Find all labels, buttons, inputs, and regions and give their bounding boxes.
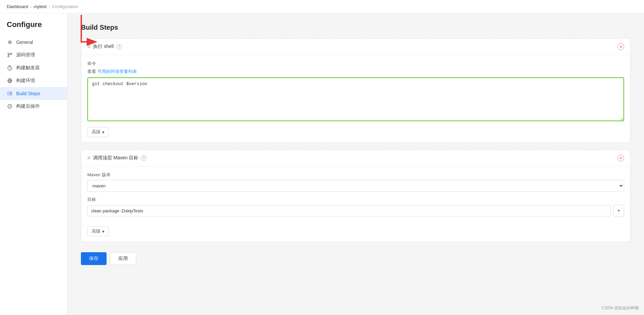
goals-row: ▾ xyxy=(87,205,624,217)
sidebar-label-env: 构建环境 xyxy=(16,78,35,84)
command-label: 命令 xyxy=(87,60,624,67)
svg-point-2 xyxy=(8,56,9,57)
maven-help-icon[interactable]: ? xyxy=(141,155,146,161)
goals-label: 目标 xyxy=(87,196,624,203)
breadcrumb-dashboard[interactable]: Dashboard xyxy=(7,4,28,9)
breadcrumb-current: Configuration xyxy=(52,4,78,9)
sidebar-item-general[interactable]: ⚙ General xyxy=(0,36,67,49)
sidebar-item-build-steps[interactable]: Build Steps xyxy=(0,87,67,100)
breadcrumb-mytest[interactable]: mytest xyxy=(34,4,47,9)
sidebar: Configure ⚙ General 源码管理 xyxy=(0,14,67,315)
svg-point-12 xyxy=(8,104,12,108)
maven-card-title: 调用顶层 Maven 目标 xyxy=(93,155,138,161)
maven-card-header: ≡ 调用顶层 Maven 目标 ? ✕ xyxy=(81,150,630,166)
main-content: Build Steps ≡ 执行 shell ? ✕ 命令 xyxy=(67,14,644,315)
shell-card: ≡ 执行 shell ? ✕ 命令 查看 可用的环境变量列表 git check… xyxy=(81,38,631,143)
shell-advanced-label: 高级 xyxy=(92,129,100,135)
goals-dropdown-icon: ▾ xyxy=(618,208,620,213)
shell-help-icon[interactable]: ? xyxy=(116,44,122,49)
git-branch-icon xyxy=(7,52,13,58)
shell-card-body: 命令 查看 可用的环境变量列表 git checkout $version 高级… xyxy=(81,55,630,142)
svg-point-0 xyxy=(8,53,9,54)
sidebar-label-post-build: 构建后操作 xyxy=(16,103,40,109)
sidebar-item-env[interactable]: 构建环境 xyxy=(0,74,67,87)
svg-rect-6 xyxy=(7,92,9,93)
svg-rect-10 xyxy=(7,95,9,95)
maven-advanced-label: 高级 xyxy=(92,228,100,234)
sidebar-label-general: General xyxy=(16,40,33,45)
sidebar-label-source: 源码管理 xyxy=(16,52,35,58)
svg-rect-8 xyxy=(7,93,9,94)
goals-dropdown-button[interactable]: ▾ xyxy=(613,205,624,217)
sidebar-label-build-steps: Build Steps xyxy=(16,91,40,96)
globe-icon xyxy=(7,78,13,84)
sidebar-item-source[interactable]: 源码管理 xyxy=(0,49,67,61)
breadcrumb: Dashboard › mytest › Configuration xyxy=(0,0,644,14)
shell-card-title: 执行 shell xyxy=(93,44,114,50)
list-icon xyxy=(7,90,13,97)
maven-card: ≡ 调用顶层 Maven 目标 ? ✕ Maven 版本 maven 目标 ▾ xyxy=(81,150,631,242)
page-title: Build Steps xyxy=(81,24,631,31)
maven-drag-handle[interactable]: ≡ xyxy=(87,155,90,161)
sidebar-item-post-build[interactable]: 构建后操作 xyxy=(0,100,67,113)
app-layout: Configure ⚙ General 源码管理 xyxy=(0,14,644,315)
breadcrumb-sep-1: › xyxy=(30,4,32,9)
maven-version-select[interactable]: maven xyxy=(87,180,624,192)
maven-advanced-button[interactable]: 高级 ▾ xyxy=(87,226,109,236)
env-link-text: 查看 可用的环境变量列表 xyxy=(87,69,624,75)
sidebar-item-triggers[interactable]: 构建触发器 xyxy=(0,61,67,74)
shell-command-input[interactable]: git checkout $version xyxy=(87,77,624,121)
shell-advanced-button[interactable]: 高级 ▾ xyxy=(87,127,109,137)
breadcrumb-sep-2: › xyxy=(49,4,50,9)
maven-version-label: Maven 版本 xyxy=(87,172,624,178)
sidebar-title: Configure xyxy=(0,20,67,36)
svg-rect-9 xyxy=(9,93,12,94)
watermark: CSDN @励奋的树懒 xyxy=(602,305,639,311)
shell-card-header: ≡ 执行 shell ? ✕ xyxy=(81,38,630,55)
maven-close-button[interactable]: ✕ xyxy=(617,155,624,161)
shell-advanced-chevron-icon: ▾ xyxy=(102,130,105,135)
gear-icon: ⚙ xyxy=(7,39,13,45)
shell-drag-handle[interactable]: ≡ xyxy=(87,44,90,50)
maven-card-body: Maven 版本 maven 目标 ▾ 高级 ▾ xyxy=(81,166,630,242)
save-button[interactable]: 保存 xyxy=(81,252,107,265)
sidebar-label-triggers: 构建触发器 xyxy=(16,65,40,71)
svg-rect-11 xyxy=(9,95,12,95)
apply-button[interactable]: 应用 xyxy=(110,252,136,265)
post-build-icon xyxy=(7,103,13,109)
clock-icon xyxy=(7,65,13,71)
env-variables-link[interactable]: 可用的环境变量列表 xyxy=(97,69,137,74)
footer-actions: 保存 应用 xyxy=(81,252,631,265)
maven-advanced-chevron-icon: ▾ xyxy=(102,229,105,234)
shell-close-button[interactable]: ✕ xyxy=(617,43,624,50)
svg-rect-7 xyxy=(9,92,12,93)
goals-input[interactable] xyxy=(87,205,611,216)
